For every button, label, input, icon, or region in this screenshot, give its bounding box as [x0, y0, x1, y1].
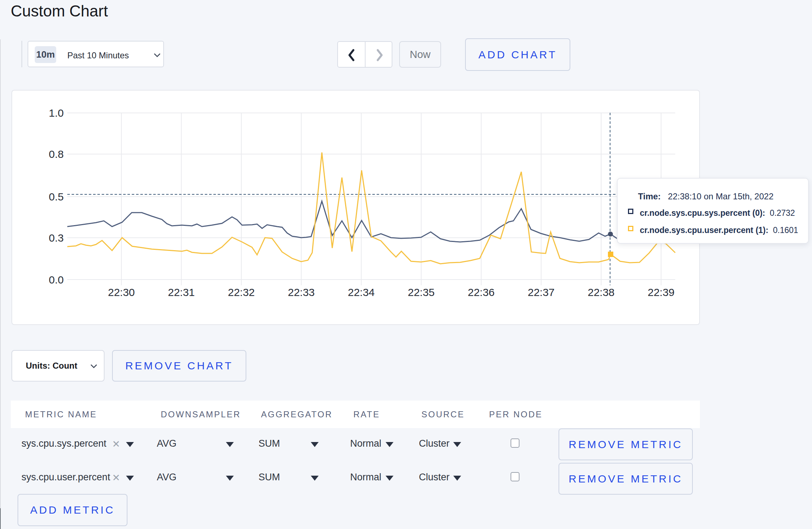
svg-text:22:39: 22:39 [648, 286, 675, 298]
svg-text:1.0: 1.0 [49, 107, 64, 119]
svg-text:0.5: 0.5 [49, 191, 64, 203]
svg-text:0.8: 0.8 [49, 148, 64, 160]
svg-text:22:33: 22:33 [288, 286, 315, 298]
svg-text:22:34: 22:34 [348, 286, 374, 298]
svg-text:22:32: 22:32 [228, 286, 255, 298]
svg-text:0.0: 0.0 [49, 274, 64, 286]
svg-text:22:30: 22:30 [108, 286, 135, 298]
svg-text:22:38: 22:38 [588, 286, 614, 298]
svg-text:22:35: 22:35 [408, 286, 435, 298]
svg-text:22:31: 22:31 [168, 286, 195, 298]
svg-text:22:37: 22:37 [528, 286, 555, 298]
svg-text:0.3: 0.3 [49, 232, 64, 244]
svg-text:22:36: 22:36 [468, 286, 494, 298]
